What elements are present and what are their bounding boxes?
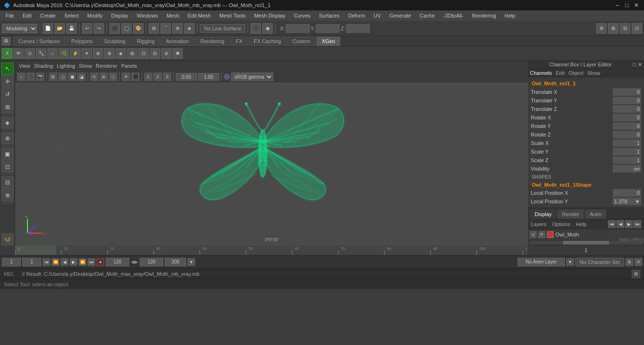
- show-manip-btn[interactable]: ⊕: [1, 132, 14, 145]
- xgen-tool9[interactable]: ⊕: [93, 48, 103, 59]
- xgen-tool5[interactable]: ⌂: [47, 48, 58, 59]
- xgen-tool4[interactable]: 🔧: [36, 48, 46, 59]
- soft-sel[interactable]: ⊡: [1, 161, 14, 173]
- tab-rendering[interactable]: Rendering: [195, 36, 230, 46]
- layout-btn2[interactable]: ⊟: [620, 23, 630, 34]
- options-menu[interactable]: Options: [552, 221, 570, 227]
- fps-down-btn[interactable]: ▼: [188, 258, 195, 266]
- paint-btn[interactable]: 🎨: [133, 23, 143, 34]
- tab-xgen[interactable]: XGen: [316, 36, 340, 46]
- xgen-tool2[interactable]: 👁: [13, 48, 24, 59]
- panel-tab-edit[interactable]: Edit: [555, 70, 564, 76]
- help-menu[interactable]: Help: [576, 221, 587, 227]
- vp-menu-shading[interactable]: Shading: [34, 63, 53, 69]
- menu-mesh-display[interactable]: Mesh Display: [250, 12, 289, 19]
- xgen-tool14[interactable]: ⊟: [150, 48, 160, 59]
- snap-surface-btn[interactable]: ◈: [184, 23, 195, 34]
- tab-display[interactable]: Display: [530, 209, 556, 219]
- xgen-tool12[interactable]: ⊞: [127, 48, 137, 59]
- tab-animation[interactable]: Animation: [161, 36, 194, 46]
- menu-surfaces[interactable]: Surfaces: [315, 12, 343, 19]
- layout-btn1[interactable]: ⊞: [608, 23, 618, 34]
- tab-polygons[interactable]: Polygons: [66, 36, 98, 46]
- vp-shade-wire-btn[interactable]: ◪: [77, 73, 86, 81]
- layer-visibility-btn[interactable]: V: [530, 231, 537, 238]
- menu-curves[interactable]: Curves: [290, 12, 314, 19]
- undo-btn[interactable]: ↩: [82, 23, 92, 34]
- xgen-tool16[interactable]: ✖: [172, 48, 183, 59]
- vp-grid-btn[interactable]: ⊞: [49, 73, 57, 81]
- step-forward-btn[interactable]: ⏩: [79, 258, 86, 266]
- menu-deform[interactable]: Deform: [344, 12, 369, 19]
- panel-expand-btn[interactable]: □: [633, 62, 636, 67]
- tab-curves-surfaces[interactable]: Curves / Surfaces: [13, 36, 65, 46]
- snap-point-btn[interactable]: ⊕: [172, 23, 183, 34]
- no-char-set-btn[interactable]: No Character Set: [575, 258, 624, 266]
- snap-to-grid[interactable]: ▣: [1, 148, 14, 160]
- tab-render[interactable]: Render: [557, 209, 584, 219]
- tab-rigging[interactable]: Rigging: [132, 36, 160, 46]
- menu-mesh-tools[interactable]: Mesh Tools: [215, 12, 249, 19]
- vp-bb-btn[interactable]: ⬡: [109, 73, 117, 81]
- menu-uv[interactable]: UV: [370, 12, 385, 19]
- xgen-tool6[interactable]: 🌿: [59, 48, 69, 59]
- near-clip-input[interactable]: [176, 73, 197, 81]
- script-editor-btn[interactable]: ⊞: [632, 270, 640, 278]
- redo-btn[interactable]: ↪: [94, 23, 104, 34]
- x-input[interactable]: [286, 24, 310, 33]
- range-end-input[interactable]: [140, 258, 163, 266]
- layer-nav-last[interactable]: ⏭: [634, 220, 641, 228]
- select-tool-btn[interactable]: ↖: [1, 63, 14, 75]
- panel-collapse-btn[interactable]: ✕: [638, 62, 642, 68]
- save-scene-btn[interactable]: 💾: [66, 23, 77, 34]
- scale-tool-btn[interactable]: ⊞: [1, 101, 14, 113]
- y-input[interactable]: [316, 24, 340, 33]
- xgen-tool8[interactable]: ✦: [81, 48, 92, 59]
- xgen-tool3[interactable]: ⊙: [25, 48, 35, 59]
- go-to-start-btn[interactable]: ⏮: [43, 258, 50, 266]
- playback-end-input[interactable]: [106, 258, 129, 266]
- go-to-end-btn[interactable]: ⏭: [88, 258, 95, 266]
- xgen-tool7[interactable]: ⚡: [70, 48, 80, 59]
- menu-mesh[interactable]: Mesh: [162, 12, 183, 19]
- right-icons-btn[interactable]: ⚙: [596, 23, 607, 34]
- tab-anim[interactable]: Anim: [585, 209, 606, 219]
- snap-grid-btn[interactable]: ⊞: [149, 23, 159, 34]
- vp-menu-renderer[interactable]: Renderer: [96, 63, 117, 69]
- vp-res-low[interactable]: 1: [144, 73, 152, 81]
- vp-home-btn[interactable]: ⌂: [17, 73, 26, 81]
- no-live-surface-btn[interactable]: No Live Surface: [200, 24, 245, 33]
- vp-shadow-btn[interactable]: 🌑: [131, 73, 140, 81]
- xgen-tool11[interactable]: ◈: [116, 48, 126, 59]
- vp-wireframe-btn[interactable]: ◻: [58, 73, 67, 81]
- layer-nav-prev[interactable]: ◀: [617, 220, 624, 228]
- far-clip-input[interactable]: [198, 73, 219, 81]
- layer-nav-first[interactable]: ⏮: [608, 220, 616, 228]
- move-tool-btn[interactable]: ✛: [1, 75, 14, 88]
- open-scene-btn[interactable]: 📂: [54, 23, 65, 34]
- play-forward-btn[interactable]: ▶: [70, 258, 77, 266]
- vp-shaded-btn[interactable]: ◼: [68, 73, 76, 81]
- workspace-select[interactable]: Modeling: [2, 24, 37, 33]
- vp-color-mgmt[interactable]: [224, 73, 230, 80]
- layout-btn3[interactable]: ⊡: [632, 23, 642, 34]
- vp-cam-btn[interactable]: 🎥: [27, 73, 35, 81]
- vp-menu-lighting[interactable]: Lighting: [57, 63, 75, 69]
- layer-nav-next[interactable]: ▶: [625, 220, 633, 228]
- last-tool-btn[interactable]: ◈: [1, 117, 14, 129]
- tab-custom[interactable]: Custom: [287, 36, 316, 46]
- layers-menu[interactable]: Layers: [531, 221, 546, 227]
- new-scene-btn[interactable]: 📄: [43, 23, 53, 34]
- xgen-tool13[interactable]: ⊡: [138, 48, 149, 59]
- vp-menu-show[interactable]: Show: [79, 63, 92, 69]
- vp-cam2-btn[interactable]: 📷: [36, 73, 45, 81]
- xgen-tool1[interactable]: X: [2, 48, 12, 59]
- expand-arrow[interactable]: ▼: [635, 199, 640, 204]
- rotate-tool-btn[interactable]: ↺: [1, 88, 14, 100]
- anim-layer-menu[interactable]: ▼: [566, 258, 574, 266]
- close-button[interactable]: ✕: [633, 1, 640, 9]
- vp-xray-btn[interactable]: ⊚: [99, 73, 108, 81]
- tab-fx[interactable]: FX: [231, 36, 248, 46]
- select-mode-btn[interactable]: ⬛: [109, 23, 120, 34]
- color-space-select[interactable]: sRGB gamma: [231, 73, 273, 81]
